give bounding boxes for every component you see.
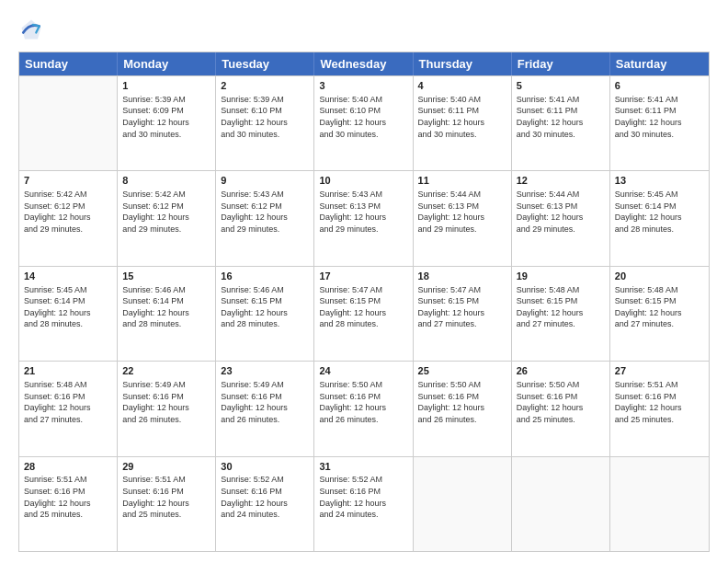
day-number: 18 (418, 270, 506, 283)
day-info: Sunrise: 5:49 AMSunset: 6:16 PMDaylight:… (122, 379, 210, 425)
day-info: Sunrise: 5:46 AMSunset: 6:15 PMDaylight:… (221, 284, 309, 330)
day-info: Sunrise: 5:39 AMSunset: 6:09 PMDaylight:… (122, 94, 210, 140)
day-info: Sunrise: 5:48 AMSunset: 6:16 PMDaylight:… (24, 379, 112, 425)
calendar-cell: 17Sunrise: 5:47 AMSunset: 6:15 PMDayligh… (314, 267, 413, 361)
day-info: Sunrise: 5:51 AMSunset: 6:16 PMDaylight:… (615, 379, 704, 425)
day-number: 26 (517, 364, 605, 378)
day-number: 25 (418, 364, 506, 378)
day-info: Sunrise: 5:52 AMSunset: 6:16 PMDaylight:… (221, 474, 309, 520)
calendar-cell: 15Sunrise: 5:46 AMSunset: 6:14 PMDayligh… (118, 267, 216, 361)
day-number: 31 (319, 460, 407, 474)
calendar-cell (610, 457, 709, 551)
day-number: 29 (122, 460, 210, 474)
calendar-cell (512, 457, 610, 551)
header-day-thursday: Thursday (414, 52, 512, 75)
header-day-friday: Friday (512, 52, 610, 75)
general-blue-icon (18, 17, 44, 42)
calendar-cell: 25Sunrise: 5:50 AMSunset: 6:16 PMDayligh… (414, 362, 512, 455)
day-info: Sunrise: 5:43 AMSunset: 6:13 PMDaylight:… (319, 189, 407, 235)
header-day-saturday: Saturday (610, 52, 709, 75)
day-info: Sunrise: 5:40 AMSunset: 6:10 PMDaylight:… (319, 94, 407, 140)
header (18, 17, 710, 42)
calendar-cell: 26Sunrise: 5:50 AMSunset: 6:16 PMDayligh… (512, 362, 610, 455)
day-number: 23 (221, 364, 309, 378)
day-info: Sunrise: 5:51 AMSunset: 6:16 PMDaylight:… (122, 474, 210, 520)
calendar-body: 1Sunrise: 5:39 AMSunset: 6:09 PMDaylight… (19, 75, 709, 551)
calendar-cell (19, 76, 118, 170)
day-info: Sunrise: 5:48 AMSunset: 6:15 PMDaylight:… (615, 284, 704, 330)
calendar-cell: 3Sunrise: 5:40 AMSunset: 6:10 PMDaylight… (314, 76, 413, 170)
calendar-cell: 10Sunrise: 5:43 AMSunset: 6:13 PMDayligh… (314, 171, 413, 265)
calendar-cell: 30Sunrise: 5:52 AMSunset: 6:16 PMDayligh… (216, 457, 314, 551)
calendar-page: SundayMondayTuesdayWednesdayThursdayFrid… (0, 0, 728, 563)
calendar-cell: 18Sunrise: 5:47 AMSunset: 6:15 PMDayligh… (414, 267, 512, 361)
day-info: Sunrise: 5:41 AMSunset: 6:11 PMDaylight:… (517, 94, 605, 140)
calendar-cell: 28Sunrise: 5:51 AMSunset: 6:16 PMDayligh… (19, 457, 118, 551)
day-number: 24 (319, 364, 407, 378)
calendar-cell: 9Sunrise: 5:43 AMSunset: 6:12 PMDaylight… (216, 171, 314, 265)
day-number: 28 (24, 460, 112, 474)
day-info: Sunrise: 5:43 AMSunset: 6:12 PMDaylight:… (221, 189, 309, 235)
header-day-wednesday: Wednesday (314, 52, 413, 75)
day-info: Sunrise: 5:48 AMSunset: 6:15 PMDaylight:… (517, 284, 605, 330)
day-info: Sunrise: 5:42 AMSunset: 6:12 PMDaylight:… (122, 189, 210, 235)
day-number: 27 (615, 364, 704, 378)
calendar-week-3: 14Sunrise: 5:45 AMSunset: 6:14 PMDayligh… (19, 266, 709, 361)
calendar-cell: 6Sunrise: 5:41 AMSunset: 6:11 PMDaylight… (610, 76, 709, 170)
day-info: Sunrise: 5:50 AMSunset: 6:16 PMDaylight:… (418, 379, 506, 425)
calendar-cell: 19Sunrise: 5:48 AMSunset: 6:15 PMDayligh… (512, 267, 610, 361)
header-day-sunday: Sunday (19, 52, 118, 75)
day-info: Sunrise: 5:42 AMSunset: 6:12 PMDaylight:… (24, 189, 112, 235)
day-info: Sunrise: 5:39 AMSunset: 6:10 PMDaylight:… (221, 94, 309, 140)
calendar-cell: 24Sunrise: 5:50 AMSunset: 6:16 PMDayligh… (314, 362, 413, 455)
calendar-cell: 8Sunrise: 5:42 AMSunset: 6:12 PMDaylight… (118, 171, 216, 265)
calendar-cell: 4Sunrise: 5:40 AMSunset: 6:11 PMDaylight… (414, 76, 512, 170)
header-day-tuesday: Tuesday (216, 52, 314, 75)
day-info: Sunrise: 5:45 AMSunset: 6:14 PMDaylight:… (615, 189, 704, 235)
calendar-cell: 2Sunrise: 5:39 AMSunset: 6:10 PMDaylight… (216, 76, 314, 170)
calendar-cell: 29Sunrise: 5:51 AMSunset: 6:16 PMDayligh… (118, 457, 216, 551)
day-number: 2 (221, 79, 309, 93)
day-info: Sunrise: 5:49 AMSunset: 6:16 PMDaylight:… (221, 379, 309, 425)
calendar-week-5: 28Sunrise: 5:51 AMSunset: 6:16 PMDayligh… (19, 456, 709, 551)
day-number: 9 (221, 174, 309, 188)
day-info: Sunrise: 5:50 AMSunset: 6:16 PMDaylight:… (319, 379, 407, 425)
day-number: 6 (615, 79, 704, 93)
day-number: 30 (221, 460, 309, 474)
calendar-cell (414, 457, 512, 551)
day-info: Sunrise: 5:46 AMSunset: 6:14 PMDaylight:… (122, 284, 210, 330)
day-number: 7 (24, 174, 112, 188)
calendar-cell: 12Sunrise: 5:44 AMSunset: 6:13 PMDayligh… (512, 171, 610, 265)
calendar-cell: 16Sunrise: 5:46 AMSunset: 6:15 PMDayligh… (216, 267, 314, 361)
calendar-week-2: 7Sunrise: 5:42 AMSunset: 6:12 PMDaylight… (19, 170, 709, 265)
day-info: Sunrise: 5:45 AMSunset: 6:14 PMDaylight:… (24, 284, 112, 330)
calendar-week-1: 1Sunrise: 5:39 AMSunset: 6:09 PMDaylight… (19, 75, 709, 170)
calendar-cell: 1Sunrise: 5:39 AMSunset: 6:09 PMDaylight… (118, 76, 216, 170)
day-number: 20 (615, 270, 704, 283)
calendar-cell: 21Sunrise: 5:48 AMSunset: 6:16 PMDayligh… (19, 362, 118, 455)
day-number: 21 (24, 364, 112, 378)
calendar-cell: 27Sunrise: 5:51 AMSunset: 6:16 PMDayligh… (610, 362, 709, 455)
day-number: 11 (418, 174, 506, 188)
calendar-header-row: SundayMondayTuesdayWednesdayThursdayFrid… (19, 52, 709, 75)
day-info: Sunrise: 5:52 AMSunset: 6:16 PMDaylight:… (319, 474, 407, 520)
day-number: 22 (122, 364, 210, 378)
day-number: 19 (517, 270, 605, 283)
day-number: 8 (122, 174, 210, 188)
day-info: Sunrise: 5:44 AMSunset: 6:13 PMDaylight:… (517, 189, 605, 235)
day-info: Sunrise: 5:50 AMSunset: 6:16 PMDaylight:… (517, 379, 605, 425)
calendar-cell: 14Sunrise: 5:45 AMSunset: 6:14 PMDayligh… (19, 267, 118, 361)
logo (18, 17, 48, 42)
day-number: 13 (615, 174, 704, 188)
day-number: 10 (319, 174, 407, 188)
day-number: 4 (418, 79, 506, 93)
day-number: 17 (319, 270, 407, 283)
day-number: 1 (122, 79, 210, 93)
calendar-cell: 11Sunrise: 5:44 AMSunset: 6:13 PMDayligh… (414, 171, 512, 265)
calendar-cell: 22Sunrise: 5:49 AMSunset: 6:16 PMDayligh… (118, 362, 216, 455)
day-info: Sunrise: 5:47 AMSunset: 6:15 PMDaylight:… (319, 284, 407, 330)
calendar-cell: 13Sunrise: 5:45 AMSunset: 6:14 PMDayligh… (610, 171, 709, 265)
header-day-monday: Monday (118, 52, 216, 75)
day-info: Sunrise: 5:40 AMSunset: 6:11 PMDaylight:… (418, 94, 506, 140)
day-info: Sunrise: 5:44 AMSunset: 6:13 PMDaylight:… (418, 189, 506, 235)
